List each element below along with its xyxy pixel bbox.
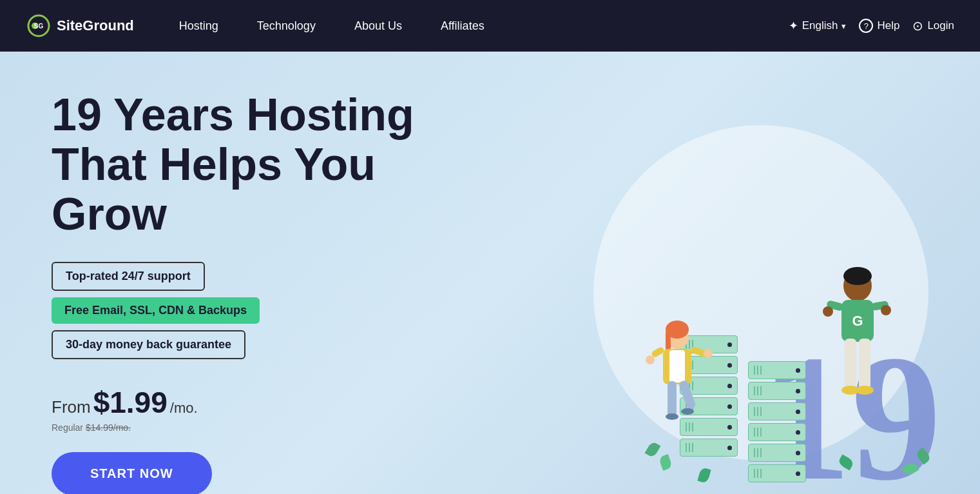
price-regular: Regular $14.99/mo. (52, 422, 503, 433)
server-unit (748, 444, 806, 462)
svg-rect-8 (669, 350, 685, 382)
language-selector[interactable]: ✦ English ▾ (789, 19, 847, 33)
login-icon: ⊙ (912, 18, 923, 34)
svg-point-16 (704, 349, 713, 358)
svg-text:SG: SG (34, 23, 44, 30)
price-display: From $1.99/mo. (52, 385, 503, 420)
hero-illustration: 19 (542, 52, 980, 494)
hero-title: 19 Years Hosting That Helps You Grow (52, 90, 503, 239)
svg-rect-22 (859, 339, 870, 390)
svg-text:G: G (852, 313, 863, 329)
leaf-decoration-2 (658, 454, 673, 471)
svg-point-24 (856, 386, 874, 395)
svg-point-12 (681, 408, 694, 415)
server-unit (748, 361, 806, 379)
chevron-down-icon: ▾ (841, 21, 846, 31)
hero-section: 19 Years Hosting That Helps You Grow Top… (0, 52, 980, 494)
login-link[interactable]: ⊙ Login (912, 18, 954, 34)
person-woman-illustration (626, 292, 729, 434)
navbar: SG SiteGround Hosting Technology About U… (0, 0, 980, 52)
server-unit (748, 402, 806, 420)
svg-point-11 (666, 413, 678, 420)
price-period: /mo. (170, 400, 198, 417)
server-stack-2 (748, 361, 806, 482)
nav-hosting[interactable]: Hosting (160, 0, 238, 52)
translate-icon: ✦ (789, 19, 798, 33)
language-label: English (802, 19, 838, 32)
price-from-label: From (52, 397, 91, 417)
server-unit (680, 439, 738, 457)
badge-free: Free Email, SSL, CDN & Backups (52, 297, 260, 324)
price-strikethrough: $14.99/mo. (86, 422, 131, 433)
svg-rect-10 (678, 380, 697, 410)
svg-rect-21 (845, 339, 856, 390)
nav-affiliates[interactable]: Affiliates (421, 0, 504, 52)
nav-technology[interactable]: Technology (238, 0, 335, 52)
svg-rect-9 (668, 381, 677, 417)
start-now-button[interactable]: START NOW (52, 452, 212, 494)
server-unit (748, 423, 806, 441)
server-unit (748, 382, 806, 400)
person-man-illustration: G (812, 260, 903, 415)
help-label: Help (877, 19, 899, 32)
server-unit (748, 464, 806, 482)
nav-about[interactable]: About Us (335, 0, 421, 52)
help-link[interactable]: ? Help (859, 19, 899, 33)
svg-point-15 (646, 355, 655, 364)
price-section: From $1.99/mo. Regular $14.99/mo. (52, 385, 503, 433)
svg-point-18 (843, 267, 872, 285)
nav-links: Hosting Technology About Us Affiliates (160, 0, 789, 52)
svg-point-27 (823, 306, 833, 317)
login-label: Login (927, 19, 954, 32)
help-icon: ? (859, 19, 873, 33)
badge-support: Top-rated 24/7 support (52, 262, 205, 291)
badge-guarantee: 30-day money back guarantee (52, 330, 245, 359)
hero-badges: Top-rated 24/7 support Free Email, SSL, … (52, 262, 503, 359)
logo[interactable]: SG SiteGround (26, 13, 134, 39)
leaf-decoration-1 (645, 440, 661, 458)
logo-icon: SG (26, 13, 52, 39)
svg-point-28 (881, 305, 891, 315)
nav-right: ✦ English ▾ ? Help ⊙ Login (789, 18, 954, 34)
hero-content: 19 Years Hosting That Helps You Grow Top… (52, 90, 503, 494)
price-amount: $1.99 (93, 385, 168, 420)
logo-text: SiteGround (57, 17, 134, 34)
